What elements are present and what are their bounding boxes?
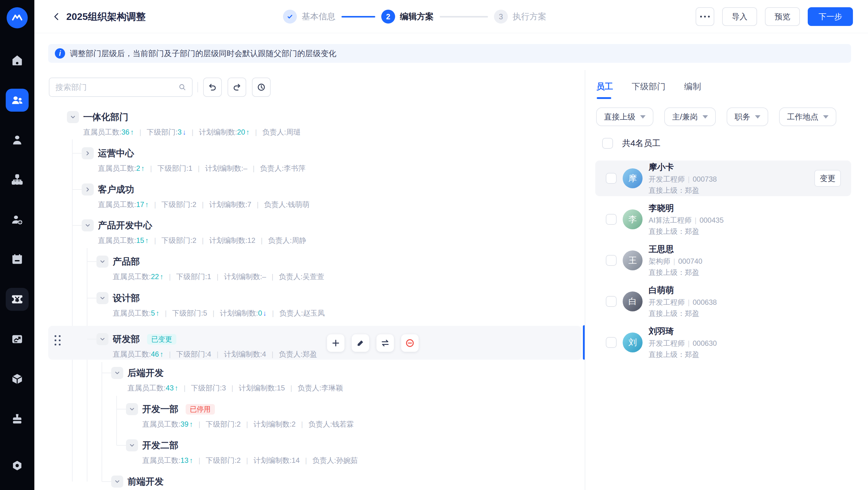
trend-up-icon: ↑ (145, 200, 149, 209)
change-button[interactable]: 变更 (814, 170, 841, 187)
stat-label: 负责人: (279, 349, 303, 359)
employee-title-id: 开发工程师|000738 (649, 174, 717, 184)
add-department-button[interactable] (327, 334, 344, 352)
department-stats: 直属员工数:17↑|下级部门:2|计划编制数:7|负责人:钱萌萌 (98, 200, 310, 209)
stat-label: 下级部门: (157, 164, 188, 173)
approval-stamp-icon[interactable] (6, 407, 29, 430)
next-step-button[interactable]: 下一步 (808, 7, 853, 26)
filter-主/兼岗[interactable]: 主/兼岗 (664, 108, 716, 126)
tab-编制[interactable]: 编制 (684, 81, 701, 99)
drag-handle-icon[interactable] (55, 335, 61, 345)
department-info: 设计部直属员工数:5↑|下级部门:5|计划编制数:0↓|负责人:赵玉凤 (113, 292, 324, 318)
remove-department-button[interactable] (401, 334, 418, 352)
employee-card[interactable]: 王王思思架构师|000740直接上级：郑盈 (595, 242, 851, 278)
department-info: 产品部直属员工数:22↑|下级部门:1|计划编制数:–|负责人:吴萱萱 (113, 256, 324, 282)
stat-value: 李书萍 (284, 164, 305, 173)
stat-label: 负责人: (298, 383, 321, 393)
collapse-toggle[interactable] (96, 292, 108, 304)
caret-down-icon (703, 115, 708, 119)
employee-name: 刘羽琦 (649, 325, 717, 337)
employee-title: 开发工程师 (649, 174, 685, 184)
stat-value: 36 (121, 128, 130, 136)
collapse-toggle[interactable] (111, 367, 123, 379)
filter-职务[interactable]: 职务 (727, 108, 768, 126)
moka-logo-icon[interactable] (7, 7, 28, 28)
department-info: 产品开发中心直属员工数:15↑|下级部门:2|计划编制数:12|负责人:周静 (98, 219, 306, 245)
undo-button[interactable] (203, 78, 222, 97)
redo-button[interactable] (227, 78, 246, 97)
stat-label: 直属员工数: (127, 383, 166, 393)
person-icon[interactable] (6, 128, 29, 151)
person-add-icon[interactable] (6, 208, 29, 231)
employee-card[interactable]: 白白萌萌开发工程师|000638直接上级：郑盈 (595, 284, 851, 319)
department-name: 后端开发 (127, 367, 164, 379)
preview-button[interactable]: 预览 (765, 7, 800, 26)
collapse-toggle[interactable] (111, 475, 123, 488)
toolbar-divider (197, 82, 198, 92)
payroll-icon[interactable] (6, 288, 29, 311)
back-icon[interactable] (50, 10, 63, 23)
department-stats: 直属员工数:46↑|下级部门:4|计划编制数:4|负责人:郑盈 (113, 349, 317, 359)
department-info: 开发一部已停用直属员工数:39↑|下级部门:2|计划编制数:2|负责人:钱若霖 (142, 403, 354, 429)
stat-value: 1 (207, 272, 211, 281)
expand-toggle[interactable] (82, 147, 94, 159)
select-all-checkbox[interactable] (602, 138, 613, 149)
tab-下级部门[interactable]: 下级部门 (632, 81, 665, 99)
app-root: 2025组织架构调整 基本信息 2 编辑方案 3 执行方案 导入 预览 下一步 … (0, 0, 868, 490)
stat-separator: | (139, 128, 141, 136)
chevron-down-icon (114, 370, 121, 376)
history-button[interactable] (252, 78, 271, 97)
department-title-line: 研发部已变更 (113, 333, 317, 345)
calendar-icon[interactable] (6, 248, 29, 271)
import-button[interactable]: 导入 (722, 7, 757, 26)
stat-label: 计划编制数: (239, 383, 277, 393)
edit-department-button[interactable] (352, 334, 369, 352)
tree-connector (72, 225, 82, 226)
collapse-toggle[interactable] (96, 256, 108, 268)
tab-员工[interactable]: 员工 (596, 81, 613, 99)
stat-value: 郑盈 (303, 349, 317, 359)
chevron-down-icon (129, 442, 135, 449)
home-icon[interactable] (6, 49, 29, 72)
stat-separator: | (253, 164, 255, 173)
org-chart-icon[interactable] (6, 168, 29, 191)
more-actions-button[interactable] (695, 7, 714, 26)
employee-card[interactable]: 李李晓明AI算法工程师|000435直接上级：郑盈 (595, 202, 851, 237)
transfer-department-button[interactable] (376, 334, 394, 352)
employee-card[interactable]: 摩摩小卡开发工程师|000738直接上级：郑盈变更 (595, 161, 851, 196)
collapse-toggle[interactable] (126, 439, 138, 451)
employee-checkbox[interactable] (606, 337, 617, 348)
people-icon[interactable] (6, 89, 29, 112)
caret-down-icon (640, 115, 646, 119)
employee-title-id: 开发工程师|000630 (649, 339, 717, 348)
employee-checkbox[interactable] (606, 214, 617, 225)
employee-checkbox[interactable] (606, 255, 617, 266)
analytics-icon[interactable] (6, 328, 29, 351)
collapse-toggle[interactable] (126, 403, 138, 415)
package-icon[interactable] (6, 368, 29, 391)
department-name: 研发部 (113, 333, 140, 345)
collapse-toggle[interactable] (96, 333, 108, 345)
collapse-toggle[interactable] (67, 111, 79, 123)
stat-separator: | (192, 128, 193, 136)
settings-nut-icon[interactable] (6, 454, 29, 477)
department-info: 运营中心直属员工数:2↑|下级部门:1|计划编制数:–|负责人:李书萍 (98, 147, 305, 173)
search-input[interactable] (50, 83, 178, 92)
filter-直接上级[interactable]: 直接上级 (596, 108, 653, 126)
step-done-icon[interactable] (283, 10, 297, 24)
employee-checkbox[interactable] (606, 296, 617, 307)
filter-工作地点[interactable]: 工作地点 (779, 108, 836, 126)
department-info: 开发二部直属员工数:13↑|下级部门:2|计划编制数:14|负责人:孙婉茹 (142, 439, 358, 465)
employee-name: 白萌萌 (649, 285, 717, 296)
employee-checkbox[interactable] (606, 173, 617, 184)
caret-down-icon (755, 115, 761, 119)
stat-value: 2 (292, 420, 296, 428)
chevron-down-icon (129, 406, 135, 412)
stat-label: 下级部门: (147, 127, 178, 137)
trend-up-icon: ↑ (160, 272, 163, 281)
employee-card[interactable]: 刘刘羽琦开发工程师|000630直接上级：郑盈 (595, 325, 851, 360)
collapse-toggle[interactable] (82, 219, 94, 231)
stat-value: 赵玉凤 (303, 308, 324, 318)
tree-connector (117, 445, 126, 445)
expand-toggle[interactable] (82, 183, 94, 196)
